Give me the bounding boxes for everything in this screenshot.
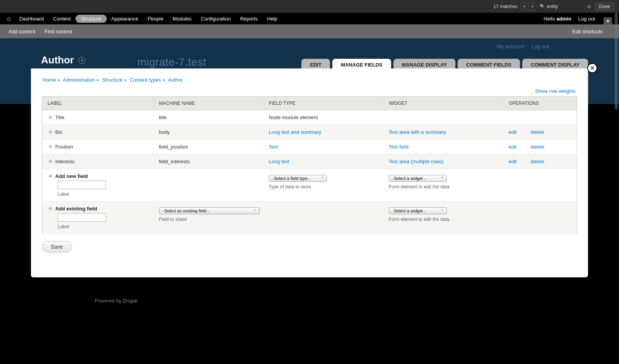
crumb-content-types[interactable]: Content types — [130, 77, 161, 83]
overlay-close-icon[interactable]: ✕ — [587, 63, 597, 73]
existing-field-select[interactable]: - Select an existing field - — [159, 207, 260, 214]
toolbar-logout-link[interactable]: Log out — [578, 16, 595, 22]
th-widget: WIDGET — [384, 97, 504, 110]
field-type-link[interactable]: Long text — [269, 159, 290, 164]
op-edit-link[interactable]: edit — [509, 144, 517, 150]
existing-field-label-help: Label — [58, 224, 150, 229]
bg-user-links: My account Log out — [497, 43, 549, 50]
existing-field-label-input[interactable] — [58, 213, 106, 222]
add-existing-field-row: ✥ Add existing field Label - Select an e… — [42, 202, 577, 234]
field-type-link[interactable]: Text — [269, 144, 278, 150]
crumb-admin[interactable]: Administration — [63, 77, 95, 83]
new-field-type-help: Type of data to store. — [269, 184, 380, 190]
table-row: ✥ Positionfield_positionTextText fielded… — [42, 140, 577, 154]
toolbar-hello: Hello admin — [544, 16, 571, 22]
add-new-field-row: ✥ Add new field Label - Select a field t… — [42, 169, 577, 202]
toolbar-item-help[interactable]: Help — [262, 14, 282, 24]
toolbar-item-structure[interactable]: Structure — [75, 15, 107, 23]
new-field-type-select[interactable]: - Select a field type - — [269, 175, 327, 182]
field-label: Interests — [55, 159, 75, 164]
drag-handle-icon[interactable]: ✥ — [47, 173, 54, 179]
table-row: ✥ BiobodyLong text and summaryText area … — [42, 125, 577, 140]
drag-handle-icon[interactable]: ✥ — [47, 159, 54, 164]
search-icon: 🔍 — [540, 4, 545, 9]
save-button[interactable]: Save — [42, 241, 72, 253]
op-delete-link[interactable]: delete — [530, 159, 544, 164]
bg-logout[interactable]: Log out — [531, 43, 549, 50]
drag-handle-icon[interactable]: ✥ — [47, 114, 54, 120]
crumb-author[interactable]: Author — [168, 77, 183, 83]
scrollbar-vertical[interactable] — [615, 13, 618, 109]
find-clear-icon[interactable]: ⊗ — [587, 3, 592, 10]
add-existing-title: Add existing field — [55, 206, 97, 212]
th-label: LABEL — [42, 97, 154, 110]
new-field-widget-select[interactable]: - Select a widget - — [389, 175, 447, 182]
existing-widget-help: Form element to edit the data. — [389, 217, 499, 222]
add-new-title: Add new field — [55, 173, 88, 179]
toolbar-item-people[interactable]: People — [143, 14, 168, 24]
op-delete-link[interactable]: delete — [530, 129, 544, 135]
th-type: FIELD TYPE — [264, 97, 384, 110]
add-shortcut-icon[interactable]: + — [79, 57, 85, 64]
field-machine-name: field_interests — [154, 154, 264, 169]
browser-find-bar: 17 matches < > 🔍 ⊗ Done — [0, 0, 619, 13]
home-icon[interactable]: ⌂ — [7, 15, 11, 22]
breadcrumb: Home» Administration» Structure» Content… — [42, 76, 577, 88]
new-field-label-help: Label — [58, 191, 150, 197]
find-done-button[interactable]: Done — [595, 3, 614, 10]
field-widget-link[interactable]: Text area (multiple rows) — [389, 159, 444, 164]
find-search: 🔍 ⊗ — [540, 3, 592, 10]
table-row: ✥ TitletitleNode module element — [42, 110, 577, 125]
shortcut-bar: Add content Find content Edit shortcuts — [0, 24, 619, 38]
toolbar-item-dashboard[interactable]: Dashboard — [15, 14, 49, 24]
field-widget-link[interactable]: Text area with a summary — [389, 129, 446, 135]
field-type-link[interactable]: Long text and summary — [269, 129, 321, 135]
find-next-button[interactable]: > — [528, 3, 536, 10]
field-label: Bio — [55, 129, 63, 135]
toolbar-item-modules[interactable]: Modules — [168, 14, 196, 24]
shortcut-add-content[interactable]: Add content — [9, 29, 35, 34]
toolbar-toggle-icon[interactable]: ▾ — [604, 17, 612, 24]
field-widget-link[interactable]: Text field — [389, 144, 409, 150]
find-prev-button[interactable]: < — [521, 3, 528, 10]
overlay-title: Author — [41, 54, 74, 66]
crumb-home[interactable]: Home — [43, 77, 56, 83]
op-delete-link[interactable]: delete — [530, 144, 544, 150]
shortcut-find-content[interactable]: Find content — [44, 29, 72, 34]
find-nav: < > — [520, 3, 537, 10]
new-field-widget-help: Form element to edit the data. — [389, 184, 499, 190]
shortcut-edit-link[interactable]: Edit shortcuts — [572, 29, 603, 34]
field-type: Node module element — [269, 114, 318, 120]
op-edit-link[interactable]: edit — [509, 129, 517, 135]
crumb-structure[interactable]: Structure — [102, 77, 123, 83]
th-ops: OPERATIONS — [504, 97, 577, 110]
toolbar-item-content[interactable]: Content — [48, 14, 75, 24]
bg-my-account[interactable]: My account — [497, 43, 525, 50]
existing-widget-select[interactable]: - Select a widget - — [389, 207, 447, 214]
footer-drupal-link[interactable]: Drupal — [123, 298, 137, 304]
footer: Powered by Drupal — [95, 298, 138, 304]
find-input[interactable] — [547, 4, 585, 9]
toolbar-item-configuration[interactable]: Configuration — [196, 14, 235, 24]
field-label: Title — [55, 114, 64, 120]
op-edit-link[interactable]: edit — [509, 159, 517, 164]
field-machine-name: body — [154, 125, 264, 140]
toolbar-item-reports[interactable]: Reports — [236, 14, 263, 24]
field-label: Position — [55, 144, 73, 150]
overlay-panel: ✕ Home» Administration» Structure» Conte… — [31, 68, 588, 277]
find-match-count: 17 matches — [493, 4, 517, 9]
fields-table: LABEL MACHINE NAME FIELD TYPE WIDGET OPE… — [42, 96, 577, 234]
drag-handle-icon[interactable]: ✥ — [47, 144, 54, 150]
th-machine: MACHINE NAME — [154, 97, 264, 110]
existing-field-help: Field to share — [159, 217, 260, 222]
table-row: ✥ Interestsfield_interestsLong textText … — [42, 154, 577, 169]
admin-toolbar: ⌂ Dashboard Content Structure Appearance… — [0, 13, 619, 24]
toolbar-item-appearance[interactable]: Appearance — [107, 14, 143, 24]
drag-handle-icon[interactable]: ✥ — [47, 206, 54, 212]
show-row-weights-link[interactable]: Show row weights — [535, 88, 576, 94]
field-machine-name: title — [154, 110, 264, 125]
drag-handle-icon[interactable]: ✥ — [47, 129, 54, 135]
new-field-label-input[interactable] — [58, 181, 106, 189]
field-machine-name: field_position — [154, 140, 264, 154]
